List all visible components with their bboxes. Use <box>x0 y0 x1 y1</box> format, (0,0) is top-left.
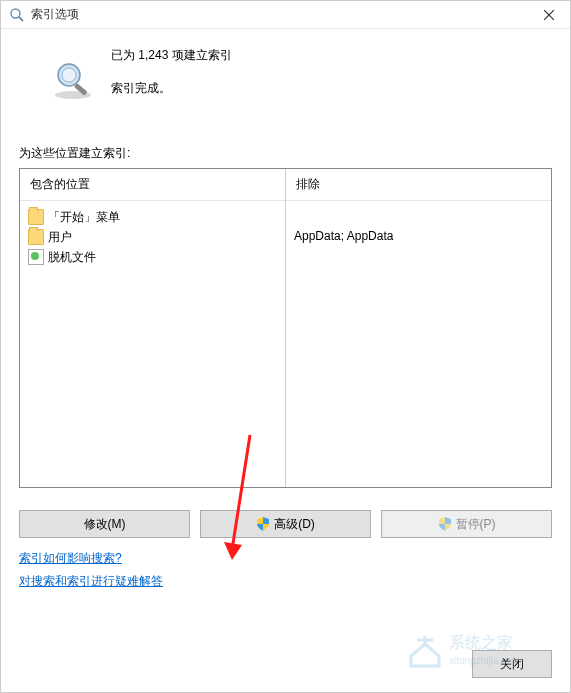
svg-point-6 <box>62 68 76 82</box>
folder-icon <box>28 229 44 245</box>
titlebar: 索引选项 <box>1 1 570 29</box>
excluded-text: AppData; AppData <box>292 227 545 245</box>
close-button[interactable] <box>528 1 570 29</box>
item-label: 脱机文件 <box>48 249 96 266</box>
list-item[interactable]: 「开始」菜单 <box>26 207 279 227</box>
offline-files-icon <box>28 249 44 265</box>
button-row: 修改(M) 高级(D) 暂停(P) <box>19 510 552 538</box>
modify-button[interactable]: 修改(M) <box>19 510 190 538</box>
locations-label: 为这些位置建立索引: <box>19 145 552 162</box>
status-block: 已为 1,243 项建立索引 索引完成。 <box>19 47 552 105</box>
window-title: 索引选项 <box>31 6 528 23</box>
indexing-status-text: 索引完成。 <box>111 80 232 97</box>
item-label: 「开始」菜单 <box>48 209 120 226</box>
status-text: 已为 1,243 项建立索引 索引完成。 <box>111 47 232 97</box>
help-link-search[interactable]: 索引如何影响搜索? <box>19 550 122 567</box>
search-icon <box>9 7 25 23</box>
magnifier-icon <box>49 57 97 105</box>
indexed-count-text: 已为 1,243 项建立索引 <box>111 47 232 64</box>
included-column: 包含的位置 「开始」菜单 用户 脱机文件 <box>20 169 286 487</box>
excluded-column: 排除 AppData; AppData <box>286 169 551 487</box>
help-link-troubleshoot[interactable]: 对搜索和索引进行疑难解答 <box>19 573 163 590</box>
footer: 关闭 <box>1 640 570 692</box>
indexing-options-dialog: 索引选项 已为 1,243 项建立索引 索引完成。 为这些位置建立索引: <box>0 0 571 693</box>
advanced-button[interactable]: 高级(D) <box>200 510 371 538</box>
uac-shield-icon <box>438 517 452 531</box>
content-area: 已为 1,243 项建立索引 索引完成。 为这些位置建立索引: 包含的位置 「开… <box>1 29 570 640</box>
button-label: 暂停(P) <box>456 516 496 533</box>
included-header: 包含的位置 <box>20 169 285 201</box>
svg-point-0 <box>11 9 20 18</box>
excluded-list: AppData; AppData <box>286 201 551 251</box>
locations-box: 包含的位置 「开始」菜单 用户 脱机文件 <box>19 168 552 488</box>
pause-button: 暂停(P) <box>381 510 552 538</box>
close-dialog-button[interactable]: 关闭 <box>472 650 552 678</box>
folder-icon <box>28 209 44 225</box>
excluded-header: 排除 <box>286 169 551 201</box>
help-links: 索引如何影响搜索? 对搜索和索引进行疑难解答 <box>19 550 552 596</box>
svg-line-1 <box>19 17 23 21</box>
button-label: 关闭 <box>500 656 524 673</box>
list-item[interactable]: 用户 <box>26 227 279 247</box>
button-label: 修改(M) <box>84 516 126 533</box>
button-label: 高级(D) <box>274 516 315 533</box>
included-list[interactable]: 「开始」菜单 用户 脱机文件 <box>20 201 285 273</box>
uac-shield-icon <box>256 517 270 531</box>
item-label: 用户 <box>48 229 72 246</box>
list-item[interactable]: 脱机文件 <box>26 247 279 267</box>
